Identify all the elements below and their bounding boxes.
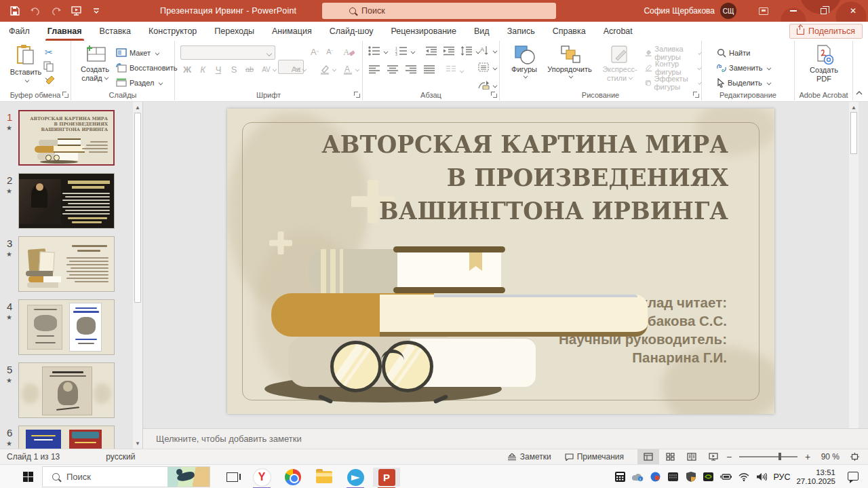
telegram-icon[interactable] bbox=[342, 468, 369, 487]
power-battery-tray-icon[interactable] bbox=[720, 471, 732, 483]
tab-transitions[interactable]: Переходы bbox=[205, 22, 263, 41]
text-shadow-button[interactable]: S bbox=[227, 62, 241, 76]
italic-button[interactable]: К bbox=[196, 62, 210, 76]
slide-title[interactable]: АВТОРСКАЯ КАРТИНА МИРА В ПРОИЗВЕДЕНИЯХ В… bbox=[281, 128, 728, 227]
find-button[interactable]: Найти bbox=[717, 45, 750, 60]
start-button[interactable] bbox=[23, 472, 33, 482]
chrome-icon[interactable] bbox=[279, 468, 307, 487]
zoom-slider[interactable] bbox=[739, 456, 797, 457]
numbering-button[interactable]: 123 bbox=[395, 46, 408, 56]
save-icon[interactable] bbox=[9, 5, 20, 16]
quick-styles-button[interactable]: Экспресс- стили bbox=[599, 45, 641, 83]
chevron-down-icon[interactable] bbox=[384, 50, 389, 54]
customize-qat-icon[interactable] bbox=[91, 5, 102, 16]
arrange-button[interactable]: Упорядочить bbox=[543, 45, 596, 78]
restore-button[interactable] bbox=[808, 0, 838, 22]
chevron-down-icon[interactable] bbox=[493, 49, 498, 54]
start-slideshow-icon[interactable] bbox=[71, 5, 81, 16]
task-view-button[interactable] bbox=[218, 468, 245, 487]
tab-design[interactable]: Конструктор bbox=[140, 22, 205, 41]
tab-help[interactable]: Справка bbox=[544, 22, 595, 41]
fit-slide-button[interactable] bbox=[844, 449, 865, 465]
nvidia-tray-icon[interactable] bbox=[703, 471, 714, 483]
share-button[interactable]: Поделиться bbox=[789, 24, 863, 39]
slide-counter[interactable]: Слайд 1 из 13 bbox=[0, 452, 66, 462]
search-highlight-bird-image[interactable] bbox=[167, 467, 210, 487]
clear-formatting-button[interactable]: A bbox=[342, 45, 355, 58]
thumbnail-scrollbar[interactable]: ▲ ▼ bbox=[133, 102, 142, 449]
format-painter-button[interactable] bbox=[45, 75, 56, 86]
slide-thumbnail-5[interactable] bbox=[18, 362, 115, 418]
character-spacing-button[interactable]: AV bbox=[259, 62, 279, 76]
tab-file[interactable]: Файл bbox=[0, 22, 39, 41]
increase-indent-button[interactable] bbox=[443, 46, 454, 56]
collapse-ribbon-button[interactable] bbox=[856, 86, 863, 98]
align-center-button[interactable] bbox=[387, 65, 398, 74]
zoom-out-button[interactable]: − bbox=[724, 451, 734, 462]
chevron-down-icon[interactable] bbox=[411, 50, 416, 54]
action-center-button[interactable] bbox=[848, 472, 859, 481]
create-pdf-button[interactable]: Создать PDF bbox=[806, 44, 842, 83]
shape-effects-button[interactable]: Эффекты фигуры bbox=[645, 75, 701, 90]
tab-home[interactable]: Главная bbox=[39, 22, 91, 41]
taskbar-search[interactable]: Поиск bbox=[42, 466, 210, 487]
normal-view-button[interactable] bbox=[637, 449, 659, 465]
app-tray-icon-blue[interactable] bbox=[650, 471, 661, 483]
tab-acrobat[interactable]: Acrobat bbox=[595, 22, 642, 41]
calculator-tray-icon[interactable] bbox=[614, 471, 626, 483]
slide-sorter-view-button[interactable] bbox=[659, 449, 681, 465]
chevron-down-icon[interactable] bbox=[493, 83, 498, 88]
taskbar-clock[interactable]: 13:51 27.10.2025 bbox=[796, 468, 835, 486]
scrollbar-thumb[interactable] bbox=[134, 113, 141, 303]
shape-fill-button[interactable]: Заливка фигуры bbox=[645, 45, 701, 60]
slide-canvas[interactable]: АВТОРСКАЯ КАРТИНА МИРА В ПРОИЗВЕДЕНИЯХ В… bbox=[227, 109, 774, 414]
paste-button[interactable]: Вставить bbox=[8, 45, 43, 82]
replace-button[interactable]: bc Заменить bbox=[717, 60, 771, 75]
chevron-down-icon[interactable] bbox=[493, 66, 498, 71]
align-left-button[interactable] bbox=[368, 65, 380, 74]
cut-button[interactable]: ✂ bbox=[45, 46, 53, 58]
undo-icon[interactable] bbox=[30, 5, 41, 16]
reset-button[interactable]: Восстановить bbox=[116, 60, 177, 75]
drawing-dialog-launcher[interactable] bbox=[693, 92, 699, 98]
font-dialog-launcher[interactable] bbox=[354, 92, 360, 98]
align-right-button[interactable] bbox=[405, 65, 416, 74]
tab-record[interactable]: Запись bbox=[498, 22, 544, 41]
slideshow-view-button[interactable] bbox=[703, 449, 724, 465]
tab-slideshow[interactable]: Слайд-шоу bbox=[321, 22, 382, 41]
highlight-color-button[interactable] bbox=[319, 62, 338, 76]
redo-icon[interactable] bbox=[50, 5, 61, 16]
keyboard-language[interactable]: РУС bbox=[773, 472, 790, 482]
zoom-in-button[interactable]: + bbox=[803, 451, 812, 462]
avatar[interactable]: СЩ bbox=[720, 3, 736, 19]
clipboard-dialog-launcher[interactable] bbox=[62, 92, 68, 98]
canvas-scrollbar[interactable]: ▲ bbox=[849, 102, 859, 428]
tab-insert[interactable]: Вставка bbox=[91, 22, 140, 41]
shapes-button[interactable]: Фигуры bbox=[507, 45, 542, 78]
new-slide-button[interactable]: Создать слайд bbox=[77, 45, 113, 83]
slide-thumbnail-6[interactable] bbox=[18, 426, 115, 449]
scroll-down-icon[interactable]: ▼ bbox=[133, 438, 142, 448]
scroll-up-icon[interactable]: ▲ bbox=[133, 102, 142, 112]
language-indicator[interactable]: русский bbox=[99, 452, 142, 462]
section-button[interactable]: Раздел bbox=[116, 75, 163, 90]
layout-button[interactable]: Макет bbox=[116, 45, 159, 60]
minimize-button[interactable] bbox=[778, 0, 808, 22]
powerpoint-icon[interactable]: P bbox=[373, 468, 400, 487]
tab-view[interactable]: Вид bbox=[465, 22, 498, 41]
titlebar-search[interactable]: Поиск bbox=[322, 3, 556, 19]
font-name-combo[interactable] bbox=[180, 45, 275, 60]
shape-outline-button[interactable]: Контур фигуры bbox=[645, 60, 701, 75]
select-button[interactable]: Выделить bbox=[717, 75, 771, 90]
weather-tray-icon[interactable]: i bbox=[632, 471, 644, 483]
scrollbar-thumb[interactable] bbox=[850, 112, 857, 154]
justify-button[interactable] bbox=[423, 65, 435, 74]
reading-view-button[interactable] bbox=[681, 449, 703, 465]
convert-smartart-button[interactable] bbox=[478, 80, 490, 90]
paragraph-dialog-launcher[interactable] bbox=[491, 92, 497, 98]
bullets-button[interactable] bbox=[368, 46, 380, 56]
ribbon-display-options-button[interactable] bbox=[749, 0, 778, 22]
slide-thumbnail-2[interactable] bbox=[18, 173, 115, 229]
notes-pane[interactable]: Щелкните, чтобы добавить заметки bbox=[143, 428, 868, 449]
decrease-indent-button[interactable] bbox=[425, 46, 437, 56]
